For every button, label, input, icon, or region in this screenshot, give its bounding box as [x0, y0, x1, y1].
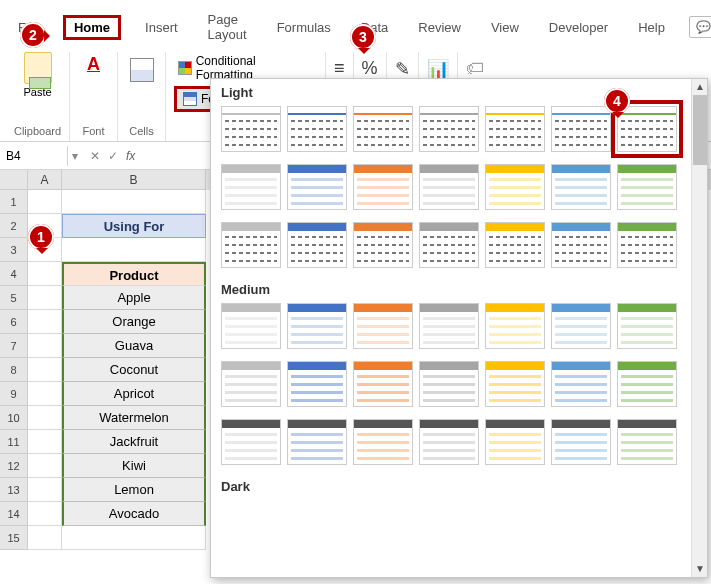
cell[interactable]: Guava — [62, 334, 206, 358]
table-style-swatch[interactable] — [419, 222, 479, 268]
table-style-swatch[interactable] — [353, 164, 413, 210]
table-style-swatch[interactable] — [485, 222, 545, 268]
scroll-thumb[interactable] — [693, 95, 707, 165]
table-style-swatch[interactable] — [221, 222, 281, 268]
table-style-swatch[interactable] — [221, 361, 281, 407]
row-header[interactable]: 10 — [0, 406, 28, 430]
table-style-swatch[interactable] — [485, 106, 545, 152]
select-all-corner[interactable] — [0, 170, 28, 190]
tab-review[interactable]: Review — [412, 16, 467, 39]
row-header[interactable]: 14 — [0, 502, 28, 526]
cell[interactable] — [28, 382, 62, 406]
table-style-swatch[interactable] — [551, 106, 611, 152]
table-style-swatch[interactable] — [353, 361, 413, 407]
table-style-swatch[interactable] — [419, 303, 479, 349]
analyze-icon[interactable]: 📊 — [427, 58, 449, 80]
enter-icon[interactable]: ✓ — [108, 149, 118, 163]
table-style-swatch[interactable] — [353, 222, 413, 268]
table-style-swatch[interactable] — [419, 361, 479, 407]
table-style-swatch[interactable] — [551, 419, 611, 465]
row-header[interactable]: 5 — [0, 286, 28, 310]
cell[interactable]: Coconut — [62, 358, 206, 382]
table-style-swatch[interactable] — [419, 106, 479, 152]
cell[interactable]: Apple — [62, 286, 206, 310]
font-icon[interactable]: A — [87, 52, 100, 75]
cell[interactable]: Product — [62, 262, 206, 286]
cancel-icon[interactable]: ✕ — [90, 149, 100, 163]
cell[interactable] — [62, 190, 206, 214]
cell[interactable]: Kiwi — [62, 454, 206, 478]
tab-view[interactable]: View — [485, 16, 525, 39]
tab-home[interactable]: Home — [63, 15, 121, 40]
table-style-swatch[interactable] — [353, 303, 413, 349]
table-style-swatch[interactable] — [287, 222, 347, 268]
table-style-swatch[interactable] — [419, 419, 479, 465]
cell[interactable] — [28, 334, 62, 358]
editing-icon[interactable]: ✎ — [395, 58, 410, 80]
table-style-swatch[interactable] — [287, 164, 347, 210]
cell[interactable]: Using For — [62, 214, 206, 238]
cell[interactable]: Apricot — [62, 382, 206, 406]
table-style-swatch[interactable] — [617, 303, 677, 349]
cell[interactable] — [28, 430, 62, 454]
tab-developer[interactable]: Developer — [543, 16, 614, 39]
table-style-swatch[interactable] — [617, 222, 677, 268]
scroll-down-icon[interactable]: ▼ — [692, 561, 708, 577]
row-header[interactable]: 12 — [0, 454, 28, 478]
cell[interactable]: Orange — [62, 310, 206, 334]
name-box[interactable]: B4 — [0, 146, 68, 166]
cell[interactable] — [62, 526, 206, 550]
row-header[interactable]: 2 — [0, 214, 28, 238]
cell[interactable] — [28, 406, 62, 430]
table-style-swatch[interactable] — [485, 361, 545, 407]
tab-insert[interactable]: Insert — [139, 16, 184, 39]
comments-button[interactable]: 💬 — [689, 16, 711, 38]
row-header[interactable]: 8 — [0, 358, 28, 382]
row-header[interactable]: 11 — [0, 430, 28, 454]
table-style-swatch[interactable] — [287, 419, 347, 465]
cell[interactable] — [28, 526, 62, 550]
cell[interactable]: Avocado — [62, 502, 206, 526]
table-style-swatch[interactable] — [617, 164, 677, 210]
row-header[interactable]: 6 — [0, 310, 28, 334]
cell[interactable]: Watermelon — [62, 406, 206, 430]
table-style-swatch[interactable] — [287, 303, 347, 349]
tab-help[interactable]: Help — [632, 16, 671, 39]
table-style-swatch[interactable] — [485, 164, 545, 210]
row-header[interactable]: 15 — [0, 526, 28, 550]
table-style-swatch[interactable] — [287, 361, 347, 407]
fx-icon[interactable]: fx — [126, 149, 135, 163]
table-style-swatch[interactable] — [551, 303, 611, 349]
table-style-swatch[interactable] — [221, 164, 281, 210]
percent-icon[interactable]: % — [362, 58, 378, 79]
col-header-a[interactable]: A — [28, 170, 62, 190]
table-style-swatch[interactable] — [485, 419, 545, 465]
row-header[interactable]: 7 — [0, 334, 28, 358]
col-header-b[interactable]: B — [62, 170, 206, 190]
table-style-swatch[interactable] — [551, 361, 611, 407]
cell[interactable] — [28, 286, 62, 310]
row-header[interactable]: 1 — [0, 190, 28, 214]
cell[interactable] — [28, 502, 62, 526]
cell[interactable] — [28, 190, 62, 214]
alignment-icon[interactable]: ≡ — [334, 58, 345, 79]
cells-icon[interactable] — [130, 58, 154, 82]
table-style-swatch[interactable] — [353, 419, 413, 465]
cell[interactable] — [28, 454, 62, 478]
tab-formulas[interactable]: Formulas — [271, 16, 337, 39]
name-box-chevron-icon[interactable]: ▾ — [68, 149, 82, 163]
row-header[interactable]: 9 — [0, 382, 28, 406]
table-style-swatch[interactable] — [485, 303, 545, 349]
table-style-swatch[interactable] — [551, 222, 611, 268]
row-header[interactable]: 13 — [0, 478, 28, 502]
row-header[interactable]: 4 — [0, 262, 28, 286]
cell[interactable] — [62, 238, 206, 262]
table-style-swatch[interactable] — [221, 303, 281, 349]
table-style-swatch[interactable] — [617, 419, 677, 465]
table-style-swatch[interactable] — [287, 106, 347, 152]
paste-icon[interactable] — [24, 52, 52, 84]
gallery-scrollbar[interactable]: ▲ ▼ — [691, 79, 707, 577]
cell[interactable] — [28, 358, 62, 382]
cell[interactable] — [28, 262, 62, 286]
cell[interactable]: Lemon — [62, 478, 206, 502]
